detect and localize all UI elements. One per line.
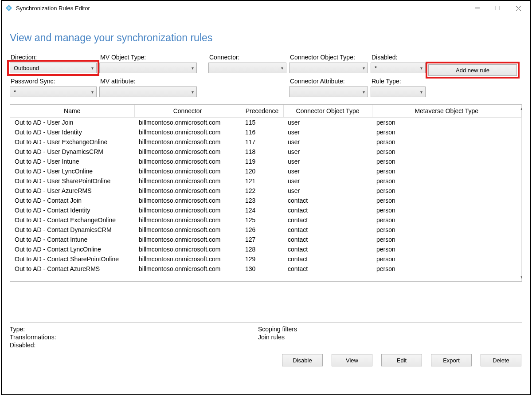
rule-type-combo[interactable]: ▾ <box>371 86 426 97</box>
cell-cot: user <box>283 176 372 186</box>
rule-type-label: Rule Type: <box>371 78 426 85</box>
cell-mvot: person <box>372 166 521 176</box>
cell-cot: user <box>283 118 372 128</box>
cell-prec: 125 <box>241 215 283 225</box>
cell-prec: 123 <box>241 196 283 205</box>
cell-conn: billmcontoso.onmicrosoft.com <box>134 235 241 244</box>
cell-prec: 118 <box>241 147 283 157</box>
maximize-button[interactable] <box>488 1 508 15</box>
action-bar: Disable View Edit Export Delete <box>10 349 522 373</box>
table-row[interactable]: Out to AD - User Joinbillmcontoso.onmicr… <box>10 118 521 128</box>
filters-area: Direction: Outbound ▾ Password Sync: * ▾… <box>10 54 522 97</box>
table-row[interactable]: Out to AD - Contact Identitybillmcontoso… <box>10 205 521 215</box>
cell-cot: contact <box>283 196 372 205</box>
connector-object-type-label: Connector Object Type: <box>289 54 368 61</box>
detail-disabled-label: Disabled: <box>10 342 258 349</box>
detail-join-label: Join rules <box>258 334 522 341</box>
chevron-down-icon: ▾ <box>281 66 283 71</box>
rules-table: Name Connector Precedence Connector Obje… <box>10 105 521 274</box>
close-button[interactable] <box>508 1 528 15</box>
connector-label: Connector: <box>208 54 286 61</box>
cell-prec: 116 <box>241 127 283 137</box>
cell-name: Out to AD - User LyncOnline <box>10 166 134 176</box>
mv-attribute-combo[interactable]: ▾ <box>99 86 197 97</box>
cell-name: Out to AD - Contact AzureRMS <box>10 264 134 274</box>
vertical-scrollbar[interactable]: ▲ ▼ <box>521 105 522 281</box>
col-header-mv-obj-type[interactable]: Metaverse Object Type <box>372 105 521 118</box>
col-header-name[interactable]: Name <box>10 105 134 118</box>
cell-name: Out to AD - Contact ExchangeOnline <box>10 215 134 225</box>
cell-conn: billmcontoso.onmicrosoft.com <box>134 118 241 128</box>
mv-object-type-combo[interactable]: ▾ <box>99 63 197 73</box>
cell-conn: billmcontoso.onmicrosoft.com <box>134 176 241 186</box>
cell-prec: 130 <box>241 264 283 274</box>
app-icon <box>5 4 12 12</box>
edit-button[interactable]: Edit <box>381 354 422 366</box>
delete-button[interactable]: Delete <box>481 354 521 366</box>
cell-prec: 122 <box>241 186 283 196</box>
chevron-down-icon: ▾ <box>91 90 94 94</box>
cell-conn: billmcontoso.onmicrosoft.com <box>134 196 241 205</box>
chevron-down-icon: ▾ <box>91 66 94 71</box>
direction-label: Direction: <box>10 54 97 61</box>
cell-name: Out to AD - User ExchangeOnline <box>10 137 134 147</box>
connector-combo[interactable]: ▾ <box>208 63 286 73</box>
table-row[interactable]: Out to AD - User Identitybillmcontoso.on… <box>10 127 521 137</box>
page-heading: View and manage your synchronization rul… <box>10 32 522 44</box>
cell-mvot: person <box>372 147 521 157</box>
svg-rect-4 <box>496 6 500 10</box>
connector-object-type-combo[interactable]: ▾ <box>289 63 368 73</box>
cell-conn: billmcontoso.onmicrosoft.com <box>134 215 241 225</box>
cell-mvot: person <box>372 225 521 235</box>
detail-transformations-label: Transformations: <box>10 334 258 341</box>
table-row[interactable]: Out to AD - User LyncOnlinebillmcontoso.… <box>10 166 521 176</box>
table-row[interactable]: Out to AD - Contact DynamicsCRMbillmcont… <box>10 225 521 235</box>
table-row[interactable]: Out to AD - User Intunebillmcontoso.onmi… <box>10 157 521 166</box>
cell-prec: 115 <box>241 118 283 128</box>
table-row[interactable]: Out to AD - User AzureRMSbillmcontoso.on… <box>10 186 521 196</box>
cell-mvot: person <box>372 205 521 215</box>
table-row[interactable]: Out to AD - Contact LyncOnlinebillmconto… <box>10 244 521 254</box>
disabled-combo[interactable]: * ▾ <box>371 63 426 73</box>
export-button[interactable]: Export <box>431 354 472 366</box>
table-row[interactable]: Out to AD - Contact Joinbillmcontoso.onm… <box>10 196 521 205</box>
cell-cot: user <box>283 186 372 196</box>
view-button[interactable]: View <box>332 354 372 366</box>
col-header-connector[interactable]: Connector <box>134 105 241 118</box>
chevron-down-icon: ▾ <box>420 66 422 71</box>
col-header-precedence[interactable]: Precedence <box>241 105 283 118</box>
chevron-down-icon: ▾ <box>192 90 194 94</box>
cell-mvot: person <box>372 235 521 244</box>
cell-prec: 117 <box>241 137 283 147</box>
cell-conn: billmcontoso.onmicrosoft.com <box>134 264 241 274</box>
table-row[interactable]: Out to AD - User SharePointOnlinebillmco… <box>10 176 521 186</box>
cell-cot: user <box>283 157 372 166</box>
cell-cot: contact <box>283 205 372 215</box>
cell-conn: billmcontoso.onmicrosoft.com <box>134 137 241 147</box>
table-row[interactable]: Out to AD - Contact SharePointOnlinebill… <box>10 254 521 264</box>
col-header-conn-obj-type[interactable]: Connector Object Type <box>283 105 372 118</box>
cell-prec: 128 <box>241 244 283 254</box>
minimize-button[interactable] <box>467 1 488 15</box>
password-sync-combo[interactable]: * ▾ <box>10 86 97 97</box>
cell-prec: 126 <box>241 225 283 235</box>
chevron-down-icon: ▾ <box>420 90 422 94</box>
connector-attribute-combo[interactable]: ▾ <box>289 86 368 97</box>
direction-combo[interactable]: Outbound ▾ <box>10 63 97 73</box>
chevron-down-icon: ▾ <box>363 90 365 94</box>
password-sync-label: Password Sync: <box>10 78 97 85</box>
table-row[interactable]: Out to AD - Contact Intunebillmcontoso.o… <box>10 235 521 244</box>
cell-mvot: person <box>372 118 521 128</box>
mv-object-type-label: MV Object Type: <box>99 54 197 61</box>
disabled-label: Disabled: <box>371 54 426 61</box>
table-row[interactable]: Out to AD - Contact ExchangeOnlinebillmc… <box>10 215 521 225</box>
table-row[interactable]: Out to AD - User DynamicsCRMbillmcontoso… <box>10 147 521 157</box>
cell-name: Out to AD - Contact LyncOnline <box>10 244 134 254</box>
table-row[interactable]: Out to AD - Contact AzureRMSbillmcontoso… <box>10 264 521 274</box>
add-new-rule-button[interactable]: Add new rule <box>428 64 517 76</box>
cell-name: Out to AD - User Join <box>10 118 134 128</box>
table-row[interactable]: Out to AD - User ExchangeOnlinebillmcont… <box>10 137 521 147</box>
cell-mvot: person <box>372 254 521 264</box>
disable-button[interactable]: Disable <box>282 354 323 366</box>
details-panel: Type: Scoping filters Transformations: J… <box>10 322 522 349</box>
